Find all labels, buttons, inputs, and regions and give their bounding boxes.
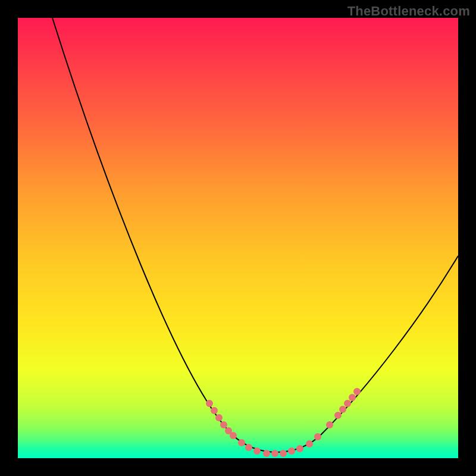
highlight-dot bbox=[238, 439, 245, 446]
chart-plot-area bbox=[18, 18, 458, 458]
highlight-dot bbox=[306, 440, 313, 447]
watermark-text: TheBottleneck.com bbox=[347, 4, 470, 19]
highlight-dot bbox=[215, 414, 223, 421]
bottleneck-curve bbox=[52, 18, 458, 452]
highlight-dot bbox=[280, 450, 287, 457]
chart-svg bbox=[18, 18, 458, 458]
highlight-dot bbox=[211, 407, 218, 414]
highlight-dot bbox=[314, 433, 321, 440]
highlight-dot bbox=[271, 450, 278, 457]
highlight-dot bbox=[230, 432, 237, 439]
highlight-dot bbox=[245, 444, 252, 451]
highlight-dot bbox=[326, 421, 333, 428]
highlight-dots-group bbox=[206, 388, 361, 457]
highlight-dot bbox=[349, 394, 356, 401]
highlight-dot bbox=[206, 400, 213, 407]
highlight-dot bbox=[263, 450, 270, 457]
highlight-dot bbox=[288, 447, 295, 455]
highlight-dot bbox=[220, 421, 227, 428]
highlight-dot bbox=[253, 447, 261, 455]
highlight-dot bbox=[334, 412, 342, 419]
highlight-dot bbox=[296, 445, 303, 452]
highlight-dot bbox=[353, 388, 361, 395]
highlight-dot bbox=[339, 406, 346, 413]
highlight-dot bbox=[344, 400, 351, 407]
